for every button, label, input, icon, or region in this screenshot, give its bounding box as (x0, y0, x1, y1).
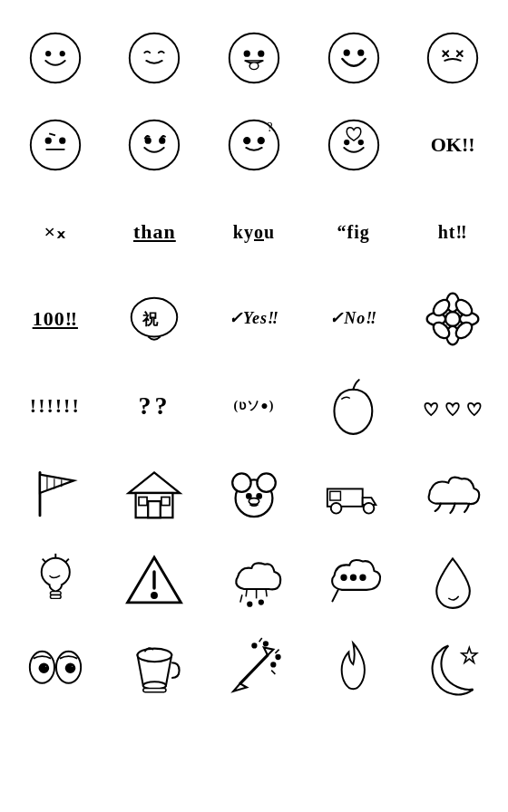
svg-rect-88 (143, 689, 166, 692)
svg-marker-47 (129, 472, 181, 493)
face-grin[interactable] (308, 18, 400, 98)
svg-point-76 (259, 600, 263, 604)
svg-rect-51 (161, 498, 170, 506)
svg-line-72 (246, 589, 247, 596)
face-love[interactable] (109, 105, 201, 185)
svg-marker-97 (462, 648, 477, 663)
svg-point-29 (328, 121, 377, 169)
svg-point-22 (130, 121, 179, 169)
svg-text:?: ? (268, 121, 273, 134)
icon-warning[interactable] (109, 540, 201, 620)
svg-point-75 (248, 603, 251, 606)
text-fig[interactable]: “fig (308, 192, 400, 272)
svg-point-79 (360, 575, 365, 579)
svg-point-4 (230, 34, 278, 82)
icon-cloud-speech[interactable] (308, 540, 400, 620)
icon-party[interactable] (208, 627, 300, 707)
svg-line-67 (64, 559, 68, 563)
svg-point-90 (252, 643, 256, 647)
svg-point-70 (152, 593, 158, 598)
svg-point-23 (146, 139, 151, 143)
text-exclaim[interactable]: !!!!!! (9, 366, 102, 446)
svg-point-53 (232, 473, 250, 491)
icon-moon[interactable] (406, 627, 499, 707)
svg-point-1 (46, 52, 50, 55)
svg-text:祝: 祝 (142, 310, 160, 328)
svg-point-3 (130, 34, 179, 82)
svg-line-94 (259, 638, 261, 642)
svg-point-2 (61, 52, 64, 55)
icon-apple[interactable] (308, 366, 400, 446)
svg-line-71 (240, 594, 242, 602)
svg-point-6 (245, 52, 249, 56)
svg-point-77 (341, 575, 346, 579)
svg-point-84 (44, 665, 47, 668)
face-question[interactable]: ? (208, 105, 300, 185)
bubble-congrats[interactable]: 祝 (109, 279, 201, 359)
svg-point-5 (249, 63, 259, 70)
svg-point-34 (445, 312, 460, 326)
text-100[interactable]: 100‼ (9, 279, 102, 359)
face-heart[interactable] (308, 105, 400, 185)
svg-point-17 (31, 121, 80, 169)
svg-point-85 (71, 665, 73, 668)
icon-house[interactable] (109, 453, 201, 533)
svg-point-54 (257, 473, 275, 491)
icon-flag[interactable] (9, 453, 102, 533)
icon-eyes[interactable] (9, 627, 102, 707)
svg-point-20 (60, 139, 64, 143)
svg-point-24 (161, 139, 165, 143)
svg-point-7 (259, 52, 263, 56)
icon-drop[interactable] (406, 540, 499, 620)
text-no[interactable]: ✓No‼ (308, 279, 400, 359)
emoji-grid: ? OK!! ×ₓ than kyou “fig ht‼ 100‼ (9, 18, 499, 707)
face-smile[interactable] (9, 18, 102, 98)
svg-point-10 (344, 51, 348, 55)
icon-hearts[interactable] (406, 366, 499, 446)
svg-point-55 (247, 494, 251, 498)
text-kyou[interactable]: kyou (208, 192, 300, 272)
svg-point-86 (138, 649, 172, 662)
face-tongue[interactable] (208, 18, 300, 98)
svg-line-95 (275, 650, 278, 653)
svg-point-56 (257, 494, 261, 498)
svg-point-0 (31, 34, 80, 82)
svg-line-96 (271, 671, 275, 674)
svg-point-59 (330, 503, 341, 514)
svg-point-27 (259, 138, 264, 143)
icon-flame[interactable] (308, 627, 400, 707)
text-yess[interactable]: ✓Yes‼ (208, 279, 300, 359)
svg-point-30 (345, 140, 348, 144)
icon-truck[interactable] (308, 453, 400, 533)
icon-bulb[interactable] (9, 540, 102, 620)
icon-wind[interactable] (406, 453, 499, 533)
icon-flower[interactable] (406, 279, 499, 359)
svg-point-92 (263, 642, 267, 645)
svg-rect-61 (329, 491, 340, 500)
text-ht[interactable]: ht‼ (406, 192, 499, 272)
svg-point-57 (249, 498, 259, 505)
icon-cup[interactable] (109, 627, 201, 707)
svg-rect-49 (149, 501, 161, 517)
text-kaomoji[interactable]: (ʋソ●) (208, 366, 300, 446)
svg-point-60 (363, 503, 374, 514)
text-than[interactable]: than (109, 192, 201, 272)
svg-line-74 (266, 589, 267, 596)
icon-bear[interactable] (208, 453, 300, 533)
svg-point-31 (358, 140, 362, 144)
text-ok[interactable]: OK!! (406, 105, 499, 185)
svg-line-66 (42, 559, 45, 563)
face-cheeky[interactable] (109, 18, 201, 98)
svg-point-93 (276, 655, 279, 659)
svg-rect-64 (50, 595, 61, 599)
svg-point-9 (328, 34, 377, 82)
svg-point-11 (358, 51, 363, 55)
svg-point-26 (244, 138, 249, 143)
svg-point-78 (350, 575, 355, 579)
text-xx[interactable]: ×ₓ (9, 192, 102, 272)
text-question2[interactable]: ?? (109, 366, 201, 446)
face-meh[interactable] (9, 105, 102, 185)
face-cross[interactable] (406, 18, 499, 98)
svg-rect-50 (139, 498, 147, 506)
icon-cloud-confetti[interactable] (208, 540, 300, 620)
